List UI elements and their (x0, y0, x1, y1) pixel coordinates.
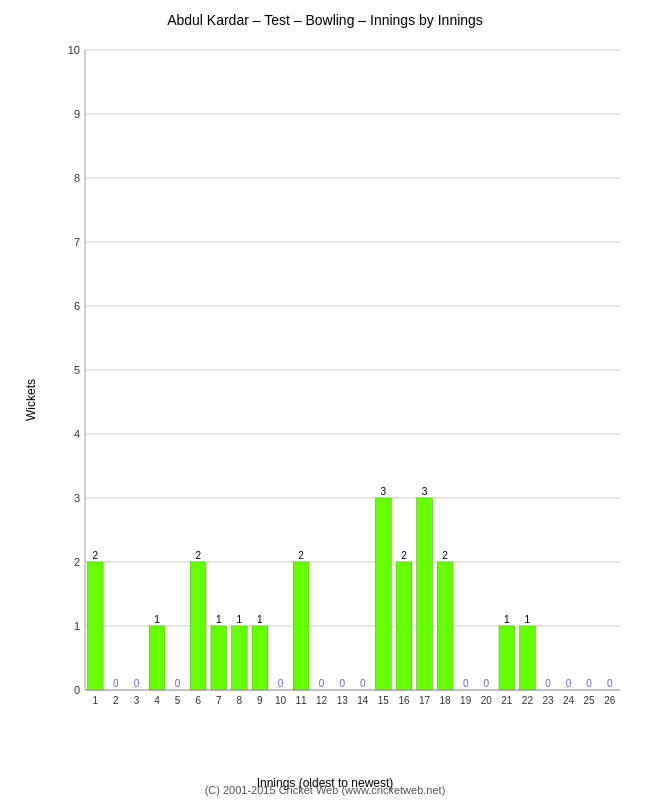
chart-container: Abdul Kardar – Test – Bowling – Innings … (0, 0, 650, 800)
chart-area: 0123456789102001021110200032320011000012… (55, 40, 630, 730)
svg-text:19: 19 (460, 695, 472, 706)
svg-text:0: 0 (278, 678, 284, 689)
svg-text:1: 1 (74, 620, 80, 632)
svg-text:2: 2 (195, 550, 201, 561)
svg-text:0: 0 (74, 684, 80, 696)
svg-text:1: 1 (93, 695, 99, 706)
svg-rect-53 (499, 626, 515, 690)
svg-text:0: 0 (607, 678, 613, 689)
svg-text:21: 21 (501, 695, 513, 706)
svg-text:7: 7 (216, 695, 222, 706)
svg-text:2: 2 (113, 695, 119, 706)
svg-text:2: 2 (442, 550, 448, 561)
svg-text:16: 16 (398, 695, 410, 706)
svg-text:22: 22 (522, 695, 534, 706)
svg-text:3: 3 (74, 492, 80, 504)
svg-rect-33 (232, 626, 248, 690)
svg-text:10: 10 (68, 44, 80, 56)
svg-rect-55 (520, 626, 536, 690)
svg-text:14: 14 (357, 695, 369, 706)
svg-text:26: 26 (604, 695, 616, 706)
chart-title: Abdul Kardar – Test – Bowling – Innings … (0, 0, 650, 34)
svg-text:4: 4 (154, 695, 160, 706)
svg-text:17: 17 (419, 695, 431, 706)
svg-text:0: 0 (566, 678, 572, 689)
svg-text:10: 10 (275, 695, 287, 706)
svg-rect-26 (149, 626, 165, 690)
svg-text:1: 1 (504, 614, 510, 625)
svg-text:11: 11 (295, 695, 307, 706)
svg-rect-31 (211, 626, 227, 690)
svg-text:12: 12 (316, 695, 328, 706)
y-axis-label: Wickets (24, 379, 38, 421)
svg-text:3: 3 (381, 486, 387, 497)
svg-text:7: 7 (74, 236, 80, 248)
svg-text:0: 0 (463, 678, 469, 689)
svg-rect-38 (293, 562, 309, 690)
svg-text:5: 5 (175, 695, 181, 706)
svg-text:0: 0 (134, 678, 140, 689)
svg-text:0: 0 (360, 678, 366, 689)
svg-text:0: 0 (113, 678, 119, 689)
svg-text:13: 13 (337, 695, 349, 706)
svg-rect-35 (252, 626, 268, 690)
svg-text:1: 1 (154, 614, 160, 625)
svg-text:5: 5 (74, 364, 80, 376)
svg-text:24: 24 (563, 695, 575, 706)
svg-text:2: 2 (298, 550, 304, 561)
svg-rect-29 (190, 562, 206, 690)
svg-text:6: 6 (74, 300, 80, 312)
svg-text:2: 2 (93, 550, 99, 561)
svg-text:2: 2 (401, 550, 407, 561)
svg-text:2: 2 (74, 556, 80, 568)
svg-text:18: 18 (440, 695, 452, 706)
svg-text:0: 0 (483, 678, 489, 689)
chart-svg: 0123456789102001021110200032320011000012… (55, 40, 630, 730)
svg-rect-22 (87, 562, 103, 690)
svg-text:8: 8 (74, 172, 80, 184)
svg-text:15: 15 (378, 695, 390, 706)
footer: (C) 2001-2015 Cricket Web (www.cricketwe… (0, 784, 650, 796)
svg-text:4: 4 (74, 428, 80, 440)
svg-text:3: 3 (134, 695, 140, 706)
svg-text:1: 1 (525, 614, 531, 625)
svg-text:1: 1 (257, 614, 263, 625)
svg-text:0: 0 (586, 678, 592, 689)
svg-rect-49 (437, 562, 453, 690)
svg-text:25: 25 (584, 695, 596, 706)
svg-text:0: 0 (339, 678, 345, 689)
svg-text:8: 8 (237, 695, 243, 706)
svg-text:3: 3 (422, 486, 428, 497)
svg-text:1: 1 (216, 614, 222, 625)
svg-text:9: 9 (74, 108, 80, 120)
svg-text:23: 23 (542, 695, 554, 706)
svg-text:0: 0 (175, 678, 181, 689)
svg-text:6: 6 (195, 695, 201, 706)
svg-text:0: 0 (319, 678, 325, 689)
svg-text:9: 9 (257, 695, 263, 706)
svg-text:0: 0 (545, 678, 551, 689)
svg-rect-43 (376, 498, 392, 690)
svg-text:1: 1 (237, 614, 243, 625)
svg-text:20: 20 (481, 695, 493, 706)
svg-rect-45 (396, 562, 412, 690)
svg-rect-47 (417, 498, 433, 690)
